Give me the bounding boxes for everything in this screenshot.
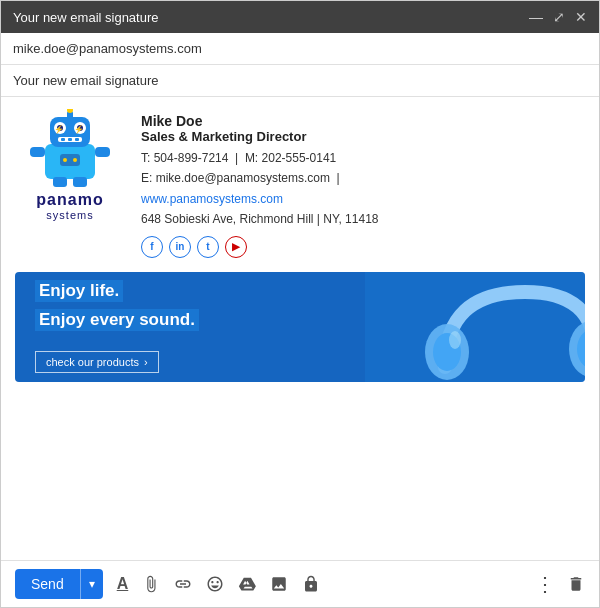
sig-phone: T: 504-899-7214 | M: 202-555-0141 — [141, 148, 585, 168]
lock-icon[interactable] — [302, 575, 320, 593]
svg-rect-11 — [61, 138, 65, 141]
sig-address: 648 Sobieski Ave, Richmond Hill | NY, 11… — [141, 209, 585, 229]
window-controls: — ⤢ ✕ — [529, 9, 587, 25]
svg-text:⚡: ⚡ — [54, 124, 64, 134]
social-icons: f in t ▶ — [141, 236, 585, 258]
titlebar-title: Your new email signature — [13, 10, 159, 25]
cta-label: check our products — [46, 356, 139, 368]
minimize-button[interactable]: — — [529, 9, 543, 25]
brand-name: panamo — [36, 191, 103, 209]
facebook-icon[interactable]: f — [141, 236, 163, 258]
close-button[interactable]: ✕ — [575, 9, 587, 25]
email-value: mike.doe@panamosystems.com — [156, 171, 330, 185]
attach-icon[interactable] — [142, 575, 160, 593]
twitter-icon[interactable]: t — [197, 236, 219, 258]
robot-logo-svg: ⚡ ⚡ — [25, 109, 115, 189]
svg-rect-12 — [68, 138, 72, 141]
phone-value: 504-899-7214 — [154, 151, 229, 165]
expand-button[interactable]: ⤢ — [553, 9, 565, 25]
website-link[interactable]: www.panamosystems.com — [141, 192, 283, 206]
emoji-icon[interactable] — [206, 575, 224, 593]
email-body: ⚡ ⚡ pana — [1, 97, 599, 560]
svg-rect-14 — [30, 147, 45, 157]
drive-icon[interactable] — [238, 575, 256, 593]
youtube-icon[interactable]: ▶ — [225, 236, 247, 258]
to-address: mike.doe@panamosystems.com — [13, 41, 202, 56]
banner-line2: Enjoy every sound. — [35, 309, 199, 331]
svg-rect-13 — [75, 138, 79, 141]
linkedin-icon[interactable]: in — [169, 236, 191, 258]
photo-icon[interactable] — [270, 575, 288, 593]
subject-field[interactable]: Your new email signature — [1, 65, 599, 97]
more-options-icon[interactable]: ⋮ — [535, 572, 555, 596]
svg-text:⚡: ⚡ — [74, 124, 84, 134]
sig-email: E: mike.doe@panamosystems.com | — [141, 168, 585, 188]
sig-title: Sales & Marketing Director — [141, 129, 585, 144]
signature-card: ⚡ ⚡ pana — [15, 109, 585, 258]
delete-icon[interactable] — [567, 575, 585, 593]
toolbar: Send ▾ A ⋮ — [1, 560, 599, 607]
cta-button[interactable]: check our products › — [35, 351, 159, 373]
toolbar-left: Send ▾ A — [15, 569, 320, 599]
mobile-value: 202-555-0141 — [262, 151, 337, 165]
logo-area: ⚡ ⚡ pana — [15, 109, 125, 221]
svg-rect-20 — [73, 177, 87, 187]
banner-line1: Enjoy life. — [35, 280, 123, 302]
email-label: E: — [141, 171, 152, 185]
font-icon[interactable]: A — [117, 575, 129, 593]
subject-text: Your new email signature — [13, 73, 159, 88]
banner: Enjoy life. Enjoy every sound. check our… — [15, 272, 585, 382]
svg-point-18 — [73, 158, 77, 162]
send-button[interactable]: Send — [15, 569, 81, 599]
phone-label: T: — [141, 151, 150, 165]
svg-rect-19 — [53, 177, 67, 187]
sig-name: Mike Doe — [141, 113, 585, 129]
to-field[interactable]: mike.doe@panamosystems.com — [1, 33, 599, 65]
sig-info: Mike Doe Sales & Marketing Director T: 5… — [141, 109, 585, 258]
banner-content: Enjoy life. Enjoy every sound. check our… — [15, 272, 585, 382]
sig-website[interactable]: www.panamosystems.com — [141, 189, 585, 209]
send-dropdown-arrow[interactable]: ▾ — [81, 570, 103, 598]
brand-sub: systems — [46, 209, 93, 221]
titlebar: Your new email signature — ⤢ ✕ — [1, 1, 599, 33]
toolbar-right: ⋮ — [535, 572, 585, 596]
cta-arrow: › — [144, 356, 148, 368]
svg-point-17 — [63, 158, 67, 162]
link-icon[interactable] — [174, 575, 192, 593]
svg-rect-15 — [95, 147, 110, 157]
mobile-label: M: — [245, 151, 258, 165]
compose-window: Your new email signature — ⤢ ✕ mike.doe@… — [0, 0, 600, 608]
send-button-group[interactable]: Send ▾ — [15, 569, 103, 599]
